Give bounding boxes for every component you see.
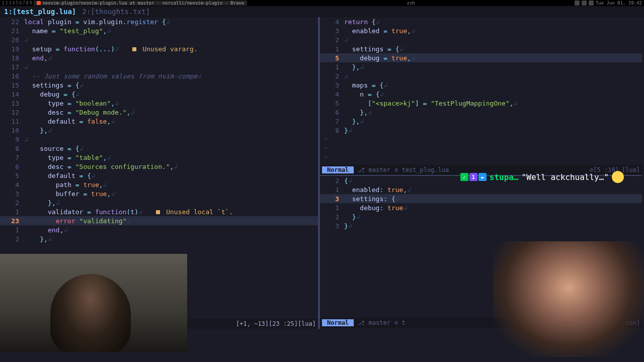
code-line[interactable]: 3 maps = {↲ bbox=[320, 80, 642, 89]
code-content[interactable]: }↲ bbox=[344, 127, 642, 134]
code-line[interactable]: 3}↲ bbox=[320, 221, 642, 230]
code-line[interactable]: 2 },↲ bbox=[0, 234, 318, 243]
code-content[interactable]: settings = {↲ bbox=[344, 45, 642, 53]
code-content[interactable]: },↲ bbox=[344, 118, 642, 125]
code-line[interactable]: 7 },↲ bbox=[320, 117, 642, 126]
code-line[interactable]: 1 debug: true↲ bbox=[320, 203, 642, 212]
workspace-num[interactable]: 2 bbox=[6, 1, 8, 6]
code-line[interactable]: 13 type = "boolean",↲ bbox=[0, 99, 318, 108]
code-content[interactable]: ↲ bbox=[344, 72, 642, 80]
code-content[interactable]: },↲ bbox=[344, 109, 642, 116]
code-line[interactable]: 10 },↲ bbox=[0, 126, 318, 135]
code-content[interactable]: name = "test_plug",↲ bbox=[24, 27, 318, 35]
code-line[interactable]: 2 },↲ bbox=[0, 198, 318, 207]
code-content[interactable]: validator = function(t)↲ Unused local `t… bbox=[24, 208, 318, 216]
code-line[interactable]: 11 default = false,↲ bbox=[0, 117, 318, 126]
code-content[interactable]: enabled = true,↲ bbox=[344, 27, 642, 35]
code-content[interactable]: }↲ bbox=[344, 222, 642, 230]
code-line[interactable]: 23 error "validating"↲ bbox=[0, 216, 318, 225]
code-content[interactable]: settings: {↲ bbox=[344, 195, 642, 203]
buffer-tab[interactable]: 1:[test_plug.lua] bbox=[4, 8, 76, 16]
code-content[interactable]: }↲ bbox=[344, 213, 642, 221]
workspace-num[interactable]: 6 bbox=[19, 1, 22, 6]
code-line[interactable]: 1 validator = function(t)↲ Unused local … bbox=[0, 207, 318, 216]
code-content[interactable]: default = false,↲ bbox=[24, 118, 318, 125]
code-line[interactable]: 5 debug = true,↲ bbox=[320, 53, 642, 62]
code-line[interactable]: 4return {↲ bbox=[320, 17, 642, 26]
code-content[interactable]: end,↲ bbox=[24, 54, 318, 62]
code-line[interactable]: 18 end,↲ bbox=[0, 53, 318, 62]
code-content[interactable]: type = "boolean",↲ bbox=[24, 100, 318, 107]
code-line[interactable]: 3 settings: {↲ bbox=[320, 194, 642, 203]
code-content[interactable]: enabled: true,↲ bbox=[344, 186, 642, 194]
code-line[interactable]: 5 ["<space>kj"] = "TestPlugMappingOne",↲ bbox=[320, 99, 642, 108]
tray-icon[interactable] bbox=[589, 1, 594, 6]
code-line[interactable]: 14 debug = {↲ bbox=[0, 89, 318, 99]
code-content[interactable]: ↲ bbox=[24, 136, 318, 143]
code-line[interactable]: 15 settings = {↲ bbox=[0, 80, 318, 89]
code-line[interactable]: 1 settings = {↲ bbox=[320, 44, 642, 53]
code-line[interactable]: 20↲ bbox=[0, 35, 318, 44]
code-content[interactable]: error "validating"↲ bbox=[24, 217, 318, 225]
code-content[interactable]: maps = {↲ bbox=[344, 81, 642, 89]
code-line[interactable]: 3 enabled = true,↲ bbox=[320, 26, 642, 35]
code-line[interactable]: 5 default = {↲ bbox=[0, 171, 318, 180]
code-line[interactable]: 6 },↲ bbox=[320, 108, 642, 117]
workspace-num[interactable]: 8 bbox=[26, 1, 29, 6]
workspace-num[interactable]: 4 bbox=[12, 1, 15, 6]
code-content[interactable]: path = true,↲ bbox=[24, 181, 318, 189]
code-content[interactable]: -- Just some random values from nvim-com… bbox=[24, 72, 318, 80]
code-line[interactable]: 1 enabled: true,↲ bbox=[320, 185, 642, 194]
code-line[interactable]: 21 name = "test_plug",↲ bbox=[0, 26, 318, 35]
workspace-num[interactable]: 1 bbox=[2, 1, 5, 6]
code-line[interactable]: 17↲ bbox=[0, 62, 318, 71]
code-content[interactable]: ↲ bbox=[24, 63, 318, 71]
code-line[interactable]: 4 path = true,↲ bbox=[0, 180, 318, 189]
code-content[interactable]: },↲ bbox=[344, 63, 642, 71]
code-content[interactable]: },↲ bbox=[24, 235, 318, 243]
code-line[interactable]: 4 n = {↲ bbox=[320, 89, 642, 99]
code-content[interactable]: debug: true↲ bbox=[344, 204, 642, 212]
code-content[interactable]: end,↲ bbox=[24, 226, 318, 234]
code-content[interactable]: n = {↲ bbox=[344, 90, 642, 98]
code-line[interactable]: 19 setup = function(...)↲ Unused vararg. bbox=[0, 44, 318, 53]
code-content[interactable]: type = "table",↲ bbox=[24, 154, 318, 161]
code-line[interactable]: 3 buffer = true,↲ bbox=[0, 189, 318, 198]
code-content[interactable]: return {↲ bbox=[344, 18, 642, 26]
code-content[interactable]: debug = true,↲ bbox=[344, 54, 642, 62]
workspace-num[interactable]: 3 bbox=[9, 1, 12, 6]
code-content[interactable]: desc = "Sources configuration.",↲ bbox=[24, 163, 318, 170]
workspace-num[interactable]: 7 bbox=[23, 1, 25, 6]
code-content[interactable]: source = {↲ bbox=[24, 145, 318, 152]
workspace-num[interactable]: 9 bbox=[30, 1, 32, 6]
code-content[interactable]: default = {↲ bbox=[24, 172, 318, 179]
code-content[interactable]: debug = {↲ bbox=[24, 90, 318, 98]
code-content[interactable]: desc = "Debug mode.",↲ bbox=[24, 109, 318, 116]
code-line[interactable]: 12 desc = "Debug mode.",↲ bbox=[0, 108, 318, 117]
editor-pane-right-top[interactable]: 4return {↲3 enabled = true,↲2↲1 settings… bbox=[320, 17, 642, 176]
code-line[interactable]: 6 desc = "Sources configuration.",↲ bbox=[0, 162, 318, 171]
code-line[interactable]: 7 type = "table",↲ bbox=[0, 153, 318, 162]
buffer-tab[interactable]: 2:[thoughts.txt] bbox=[82, 8, 150, 16]
code-content[interactable]: setup = function(...)↲ Unused vararg. bbox=[24, 45, 318, 53]
code-line[interactable]: 22local plugin = vim.plugin.register {↲ bbox=[0, 17, 318, 26]
code-line[interactable]: 16 -- Just some random values from nvim-… bbox=[0, 71, 318, 80]
browser-tab[interactable]: neovim-plugin/neovim-plugin.lua at maste… bbox=[34, 1, 247, 6]
code-content[interactable]: buffer = true,↲ bbox=[24, 190, 318, 198]
code-line[interactable]: 8 source = {↲ bbox=[0, 144, 318, 153]
workspace-indicators[interactable]: 123456789 bbox=[2, 1, 32, 6]
code-line[interactable]: 2↲ bbox=[320, 35, 642, 44]
code-content[interactable]: ↲ bbox=[24, 36, 318, 44]
code-line[interactable]: 1 end,↲ bbox=[0, 225, 318, 234]
tray-icon[interactable] bbox=[582, 1, 587, 6]
code-line[interactable]: 1 },↲ bbox=[320, 62, 642, 71]
code-line[interactable]: 2↲ bbox=[320, 71, 642, 80]
code-content[interactable]: ↲ bbox=[344, 36, 642, 44]
code-line[interactable]: 9↲ bbox=[0, 135, 318, 144]
code-line[interactable]: 8}↲ bbox=[320, 126, 642, 135]
code-line[interactable]: 2 }↲ bbox=[320, 212, 642, 221]
code-content[interactable]: },↲ bbox=[24, 199, 318, 207]
tray-icon[interactable] bbox=[575, 1, 580, 6]
code-content[interactable]: settings = {↲ bbox=[24, 81, 318, 89]
workspace-num[interactable]: 5 bbox=[16, 1, 18, 6]
